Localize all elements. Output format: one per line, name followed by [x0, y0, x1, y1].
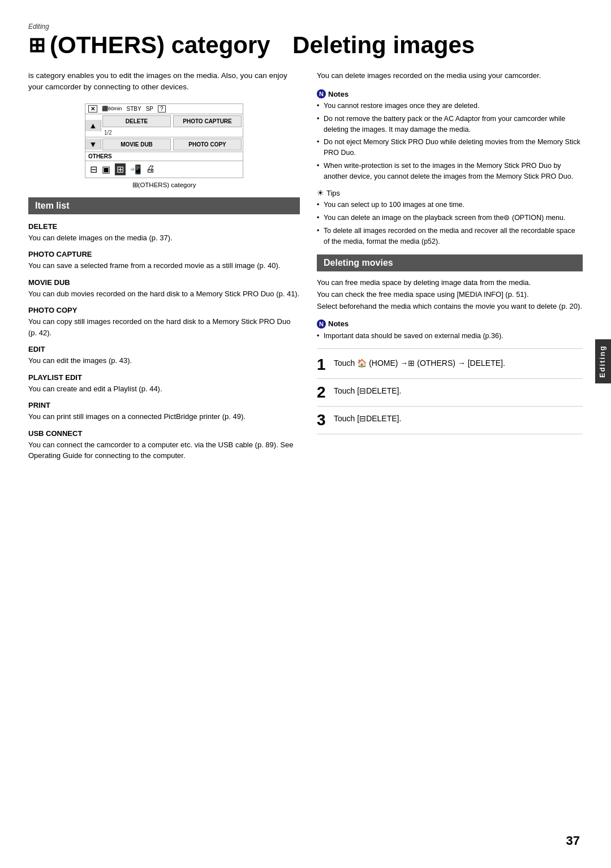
notes2-title: N Notes	[317, 319, 583, 329]
cam-caption-icon: ⊞	[132, 182, 138, 188]
cam-icon-others-selected: ⊞	[115, 163, 126, 175]
cam-others-label: OTHERS	[85, 152, 243, 161]
cam-icon-connect: 📲	[130, 164, 141, 175]
cam-icon-image: ▣	[102, 164, 110, 175]
item-delete: DELETE You can delete images on the medi…	[28, 222, 300, 244]
item-print-desc: You can print still images on a connecte…	[28, 411, 300, 422]
item-usb-connect: USB CONNECT You can connect the camcorde…	[28, 429, 300, 461]
left-intro: is category enables you to edit the imag…	[28, 70, 300, 93]
item-edit-title: EDIT	[28, 345, 300, 353]
cam-battery: ⬛60min	[102, 106, 122, 111]
cam-movie-dub-btn[interactable]: MOVIE DUB	[102, 139, 171, 150]
item-photo-copy-title: PHOTO COPY	[28, 306, 300, 314]
item-photo-copy: PHOTO COPY You can copy still images rec…	[28, 306, 300, 338]
step-1: 1 Touch 🏠 (HOME) →⊞ (OTHERS) → [DELETE].	[317, 357, 583, 379]
right-intro: You can delete images recorded on the me…	[317, 70, 583, 81]
note-item: When write-protection is set to the imag…	[317, 161, 583, 182]
notes-list: You cannot restore images once they are …	[317, 101, 583, 182]
step-1-text: Touch 🏠 (HOME) →⊞ (OTHERS) → [DELETE].	[334, 357, 505, 369]
cam-delete-btn[interactable]: DELETE	[102, 115, 171, 127]
cam-close: ✕	[88, 105, 97, 113]
step-3-number: 3	[317, 412, 329, 428]
cam-icon-print: 🖨	[146, 164, 155, 174]
page: Editing ⊞ (OTHERS) category Deleting ima…	[0, 0, 611, 868]
two-column-layout: is category enables you to edit the imag…	[28, 70, 583, 468]
tips-label: Tips	[326, 189, 340, 197]
cam-caption-text: (OTHERS) category	[138, 182, 196, 188]
item-edit-desc: You can edit the images (p. 43).	[28, 355, 300, 366]
note2-item: Important data should be saved on extern…	[317, 331, 583, 342]
cam-page-indicator: 1/2	[101, 128, 243, 137]
title-secondary: Deleting images	[292, 32, 475, 59]
editing-label: Editing	[28, 23, 583, 31]
item-movie-dub: MOVIE DUB You can dub movies recorded on…	[28, 278, 300, 300]
item-photo-capture-desc: You can save a selected frame from a rec…	[28, 260, 300, 271]
camera-ui-mockup: ✕ ⬛60min STBY SP ? ▲ DELETE PHOTO CAPTUR…	[85, 103, 243, 178]
cam-icon-film: ⊟	[90, 164, 97, 175]
title-main: (OTHERS) category	[50, 32, 270, 59]
step-2-text: Touch [⊟DELETE].	[334, 385, 401, 397]
cam-icons-row: ⊟ ▣ ⊞ 📲 🖨	[85, 161, 243, 178]
notes-section: N Notes You cannot restore images once t…	[317, 89, 583, 182]
item-photo-capture: PHOTO CAPTURE You can save a selected fr…	[28, 250, 300, 271]
item-edit: EDIT You can edit the images (p. 43).	[28, 345, 300, 366]
cam-up-arrow: ▲	[85, 120, 101, 131]
others-icon: ⊞	[28, 33, 45, 57]
cam-row2: ▼ MOVIE DUB PHOTO COPY	[85, 137, 243, 152]
cam-photo-capture-btn[interactable]: PHOTO CAPTURE	[173, 115, 242, 127]
item-print: PRINT You can print still images on a co…	[28, 401, 300, 422]
deleting-movies-header: Deleting movies	[317, 254, 583, 271]
notes-title: N Notes	[317, 89, 583, 98]
tips-title: ☀ Tips	[317, 188, 583, 197]
tip-item: To delete all images recorded on the med…	[317, 226, 583, 247]
cam-stby: STBY	[127, 106, 141, 112]
page-number: 37	[566, 834, 580, 848]
item-playlist-edit-title: PLAYLIST EDIT	[28, 373, 300, 382]
notes2-section: N Notes Important data should be saved o…	[317, 319, 583, 342]
tip-item: You can delete an image on the playback …	[317, 213, 583, 223]
item-photo-capture-title: PHOTO CAPTURE	[28, 250, 300, 258]
cam-top-bar: ✕ ⬛60min STBY SP ?	[85, 104, 243, 114]
notes-icon: N	[317, 89, 326, 98]
steps-section: 1 Touch 🏠 (HOME) →⊞ (OTHERS) → [DELETE].…	[317, 348, 583, 434]
tip-item: You can select up to 100 images at one t…	[317, 200, 583, 210]
cam-row1: ▲ DELETE PHOTO CAPTURE 1/2	[85, 114, 243, 137]
note-item: Do not eject Memory Stick PRO Duo while …	[317, 137, 583, 158]
side-tab: Editing	[595, 339, 611, 383]
item-delete-desc: You can delete images on the media (p. 3…	[28, 232, 300, 244]
tips-section: ☀ Tips You can select up to 100 images a…	[317, 188, 583, 247]
left-column: is category enables you to edit the imag…	[28, 70, 300, 468]
main-title: ⊞ (OTHERS) category Deleting images	[28, 32, 583, 59]
item-movie-dub-title: MOVIE DUB	[28, 278, 300, 287]
notes2-icon: N	[317, 319, 326, 329]
item-usb-connect-title: USB CONNECT	[28, 429, 300, 438]
notes2-list: Important data should be saved on extern…	[317, 331, 583, 342]
right-column: You can delete images recorded on the me…	[317, 70, 583, 468]
item-list-header: Item list	[28, 197, 300, 214]
item-photo-copy-desc: You can copy still images recorded on th…	[28, 316, 300, 338]
step-3-text: Touch [⊟DELETE].	[334, 412, 401, 425]
item-movie-dub-desc: You can dub movies recorded on the hard …	[28, 288, 300, 300]
cam-photo-copy-btn[interactable]: PHOTO COPY	[173, 139, 242, 150]
camera-caption: ⊞(OTHERS) category	[28, 181, 300, 189]
step-2: 2 Touch [⊟DELETE].	[317, 385, 583, 407]
tips-list: You can select up to 100 images at one t…	[317, 200, 583, 247]
tips-icon: ☀	[317, 188, 324, 197]
item-print-title: PRINT	[28, 401, 300, 409]
note-item: Do not remove the battery pack or the AC…	[317, 114, 583, 135]
deleting-movies-text: You can free media space by deleting ima…	[317, 277, 583, 312]
note-item: You cannot restore images once they are …	[317, 101, 583, 111]
cam-down-arrow: ▼	[85, 139, 101, 150]
cam-sp: SP	[146, 106, 153, 112]
item-delete-title: DELETE	[28, 222, 300, 231]
cam-help: ?	[158, 105, 166, 113]
notes-label: Notes	[328, 90, 348, 98]
step-1-number: 1	[317, 357, 329, 373]
item-usb-connect-desc: You can connect the camcorder to a compu…	[28, 439, 300, 461]
item-playlist-edit-desc: You can create and edit a Playlist (p. 4…	[28, 383, 300, 395]
step-3: 3 Touch [⊟DELETE].	[317, 412, 583, 434]
item-playlist-edit: PLAYLIST EDIT You can create and edit a …	[28, 373, 300, 395]
step-2-number: 2	[317, 385, 329, 400]
notes2-label: Notes	[328, 319, 348, 328]
